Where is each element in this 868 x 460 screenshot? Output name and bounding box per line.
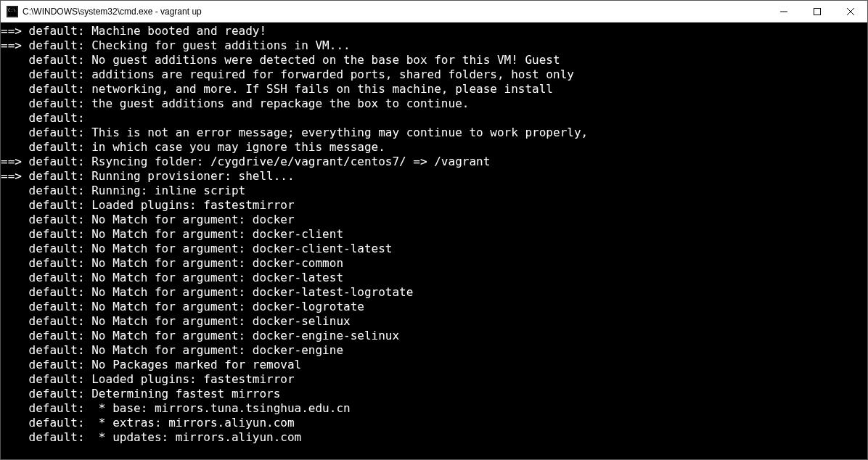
terminal-line: ==> default: Rsyncing folder: /cygdrive/… <box>1 155 867 169</box>
titlebar[interactable]: C:\ C:\WINDOWS\system32\cmd.exe - vagran… <box>1 1 867 22</box>
line-text: Machine booted and ready! <box>85 24 266 38</box>
line-arrow <box>1 314 29 329</box>
line-text: This is not an error message; everything… <box>85 126 589 140</box>
line-prefix: default: <box>29 227 85 242</box>
terminal-line: default: No Match for argument: docker-e… <box>1 329 867 343</box>
line-prefix: default: <box>29 82 85 96</box>
line-text: No Match for argument: docker-common <box>85 256 343 271</box>
line-text: Loaded plugins: fastestmirror <box>85 198 295 213</box>
line-text: networking, and more. If SSH fails on th… <box>85 82 553 96</box>
line-arrow <box>1 126 29 140</box>
line-text: * extras: mirrors.aliyun.com <box>85 416 295 430</box>
line-text: No Packages marked for removal <box>85 358 302 372</box>
maximize-button[interactable] <box>801 1 834 22</box>
line-arrow <box>1 227 29 242</box>
terminal-line: default: No Match for argument: docker-l… <box>1 300 867 314</box>
line-text: No Match for argument: docker-selinux <box>85 314 351 329</box>
line-text: Running provisioner: shell... <box>85 169 295 184</box>
line-prefix: default: <box>29 314 85 329</box>
line-text: * updates: mirrors.aliyun.com <box>85 430 302 445</box>
line-arrow <box>1 140 29 155</box>
line-text: Determining fastest mirrors <box>85 387 281 401</box>
line-arrow <box>1 111 29 126</box>
minimize-button[interactable] <box>767 1 801 22</box>
terminal-line: default: No Match for argument: docker-c… <box>1 242 867 256</box>
line-prefix: default: <box>29 329 85 343</box>
terminal-line: default: * extras: mirrors.aliyun.com <box>1 416 867 430</box>
line-arrow <box>1 82 29 96</box>
cmd-window: C:\ C:\WINDOWS\system32\cmd.exe - vagran… <box>0 0 868 460</box>
line-text: Running: inline script <box>85 184 246 198</box>
line-arrow <box>1 430 29 445</box>
line-prefix: default: <box>29 198 85 213</box>
svg-text:C:\: C:\ <box>8 7 16 12</box>
svg-rect-4 <box>814 8 821 15</box>
line-prefix: default: <box>29 242 85 256</box>
line-arrow: ==> <box>1 155 29 169</box>
terminal-line: default: This is not an error message; e… <box>1 126 867 140</box>
line-prefix: default: <box>29 343 85 358</box>
line-prefix: default: <box>29 300 85 314</box>
terminal-line: default: in which case you may ignore th… <box>1 140 867 155</box>
line-arrow: ==> <box>1 169 29 184</box>
line-arrow <box>1 184 29 198</box>
line-text: the guest additions and repackage the bo… <box>85 96 470 111</box>
line-arrow <box>1 358 29 372</box>
line-prefix: default: <box>29 416 85 430</box>
line-text: Loaded plugins: fastestmirror <box>85 372 295 387</box>
terminal-line: default: No Match for argument: docker-e… <box>1 343 867 358</box>
terminal-line: default: No Match for argument: docker-l… <box>1 285 867 300</box>
terminal-line: default: <box>1 111 867 126</box>
line-prefix: default: <box>29 256 85 271</box>
line-prefix: default: <box>29 111 85 126</box>
line-text: * base: mirrors.tuna.tsinghua.edu.cn <box>85 401 351 416</box>
line-arrow <box>1 343 29 358</box>
line-prefix: default: <box>29 430 85 445</box>
terminal-line: default: Loaded plugins: fastestmirror <box>1 198 867 213</box>
window-controls <box>767 1 867 22</box>
line-prefix: default: <box>29 387 85 401</box>
line-prefix: default: <box>29 140 85 155</box>
line-arrow <box>1 285 29 300</box>
line-prefix: default: <box>29 213 85 227</box>
line-text: Checking for guest additions in VM... <box>85 38 351 53</box>
line-prefix: default: <box>29 285 85 300</box>
terminal-line: default: No Match for argument: docker <box>1 213 867 227</box>
line-arrow <box>1 372 29 387</box>
line-prefix: default: <box>29 169 85 184</box>
line-text: additions are required for forwarded por… <box>85 67 574 82</box>
line-text: No Match for argument: docker-latest <box>85 271 343 285</box>
terminal-line: ==> default: Checking for guest addition… <box>1 38 867 53</box>
terminal-output[interactable]: ==> default: Machine booted and ready!==… <box>1 22 867 459</box>
line-text: No guest additions were detected on the … <box>85 53 560 67</box>
line-arrow <box>1 387 29 401</box>
line-arrow <box>1 96 29 111</box>
terminal-line: default: No Match for argument: docker-c… <box>1 256 867 271</box>
line-arrow <box>1 198 29 213</box>
line-arrow <box>1 53 29 67</box>
line-prefix: default: <box>29 67 85 82</box>
line-arrow <box>1 401 29 416</box>
line-arrow <box>1 256 29 271</box>
line-arrow: ==> <box>1 38 29 53</box>
terminal-line: default: Loaded plugins: fastestmirror <box>1 372 867 387</box>
terminal-line: default: No guest additions were detecte… <box>1 53 867 67</box>
terminal-line: default: No Packages marked for removal <box>1 358 867 372</box>
close-button[interactable] <box>834 1 867 22</box>
terminal-line: default: * base: mirrors.tuna.tsinghua.e… <box>1 401 867 416</box>
terminal-line: ==> default: Machine booted and ready! <box>1 24 867 38</box>
cmd-icon: C:\ <box>7 6 18 17</box>
terminal-line: default: additions are required for forw… <box>1 67 867 82</box>
line-prefix: default: <box>29 53 85 67</box>
line-arrow <box>1 271 29 285</box>
line-text: No Match for argument: docker-client-lat… <box>85 242 393 256</box>
window-title: C:\WINDOWS\system32\cmd.exe - vagrant up <box>22 7 767 17</box>
terminal-line: default: No Match for argument: docker-c… <box>1 227 867 242</box>
terminal-line: default: No Match for argument: docker-l… <box>1 271 867 285</box>
line-prefix: default: <box>29 372 85 387</box>
line-text: No Match for argument: docker-client <box>85 227 343 242</box>
line-text: No Match for argument: docker-latest-log… <box>85 285 414 300</box>
line-prefix: default: <box>29 24 85 38</box>
terminal-line: default: Determining fastest mirrors <box>1 387 867 401</box>
line-text: in which case you may ignore this messag… <box>85 140 385 155</box>
